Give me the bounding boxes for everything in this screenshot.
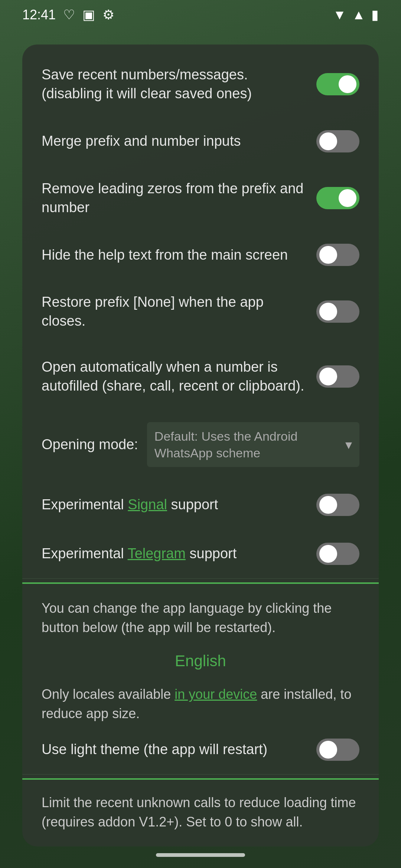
setting-restore-prefix-label: Restore prefix [None] when the app close… [42,293,316,331]
locales-text: Only locales available in your device ar… [22,681,379,727]
setting-hide-help-label: Hide the help text from the main screen [42,246,316,264]
opening-mode-dropdown[interactable]: Default: Uses the Android WhatsApp schem… [147,422,359,467]
device-locales-link[interactable]: in your device [175,687,257,702]
signal-icon: ▲ [352,7,365,23]
nav-pill [156,853,245,857]
status-right: ▼ ▲ ▮ [333,7,379,23]
setting-telegram-label: Experimental Telegram support [42,544,316,563]
opening-mode-value: Default: Uses the Android WhatsApp schem… [154,428,342,461]
opening-mode-label-container: Opening mode: [42,437,138,453]
toggle-thumb-hide-help [319,246,337,264]
toggle-thumb-merge-prefix [319,132,337,150]
language-button[interactable]: English [22,645,379,681]
opening-mode-item: Opening mode: Default: Uses the Android … [22,409,379,480]
setting-signal: Experimental Signal support [22,480,379,529]
setting-telegram: Experimental Telegram support [22,529,379,579]
toggle-auto-open[interactable] [316,365,359,388]
status-bar: 12:41 ♡ ▣ ⚙ ▼ ▲ ▮ [0,0,401,30]
nav-bar [0,853,401,857]
chevron-down-icon: ▾ [345,437,352,453]
setting-auto-open-label: Open automatically when a number is auto… [42,358,316,396]
time-display: 12:41 [22,7,56,23]
opening-mode-label: Opening mode: [42,437,138,452]
toggle-thumb-signal [319,496,337,514]
toggle-thumb-auto-open [319,368,337,385]
toggle-hide-help[interactable] [316,244,359,266]
setting-merge-prefix: Merge prefix and number inputs [22,117,379,166]
sim-icon: ▣ [82,7,95,23]
wifi-icon: ▼ [333,7,346,23]
setting-merge-prefix-label: Merge prefix and number inputs [42,132,316,151]
setting-save-recent: Save recent numbers/messages. (disabling… [22,52,379,117]
section-separator-2 [22,778,379,780]
setting-hide-help: Hide the help text from the main screen [22,230,379,279]
whatsapp-icon: ♡ [63,7,75,23]
setting-light-theme-label: Use light theme (the app will restart) [42,740,316,759]
status-left: 12:41 ♡ ▣ ⚙ [22,7,114,23]
toggle-thumb-remove-zeros [339,189,356,207]
section-separator-1 [22,582,379,584]
toggle-remove-zeros[interactable] [316,187,359,209]
toggle-thumb-telegram [319,545,337,563]
toggle-merge-prefix[interactable] [316,130,359,152]
toggle-telegram[interactable] [316,543,359,565]
toggle-restore-prefix[interactable] [316,300,359,323]
toggle-save-recent[interactable] [316,73,359,95]
setting-remove-zeros-label: Remove leading zeros from the prefix and… [42,179,316,217]
battery-icon: ▮ [371,7,379,23]
toggle-thumb-restore-prefix [319,303,337,320]
setting-signal-label: Experimental Signal support [42,495,316,514]
setting-save-recent-label: Save recent numbers/messages. (disabling… [42,65,316,103]
toggle-light-theme[interactable] [316,739,359,761]
setting-restore-prefix: Restore prefix [None] when the app close… [22,279,379,344]
language-info-text: You can change the app language by click… [22,588,379,645]
setting-light-theme: Use light theme (the app will restart) [22,727,379,775]
gear-icon: ⚙ [102,7,114,23]
bottom-info-text: Limit the recent unknown calls to reduce… [22,783,379,839]
settings-card: Save recent numbers/messages. (disabling… [22,45,379,846]
setting-auto-open: Open automatically when a number is auto… [22,344,379,409]
setting-remove-zeros: Remove leading zeros from the prefix and… [22,166,379,231]
toggle-thumb-light-theme [319,741,337,759]
toggle-thumb-save-recent [339,75,356,93]
telegram-link[interactable]: Telegram [128,546,186,561]
signal-link[interactable]: Signal [128,497,167,512]
toggle-signal[interactable] [316,494,359,516]
